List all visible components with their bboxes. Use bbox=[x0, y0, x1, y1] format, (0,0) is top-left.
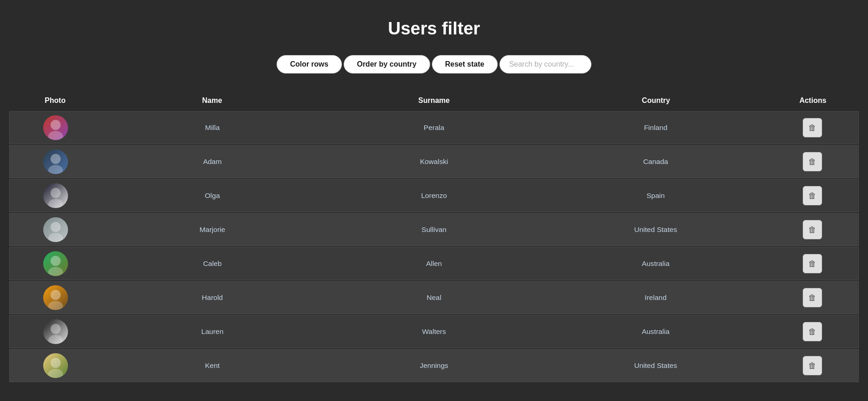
svg-point-4 bbox=[51, 154, 61, 164]
surname-cell: Sullivan bbox=[323, 222, 545, 237]
country-cell: Australia bbox=[545, 256, 766, 271]
name-cell: Lauren bbox=[102, 324, 323, 339]
trash-icon: 🗑 bbox=[808, 123, 817, 133]
photo-cell bbox=[10, 180, 102, 212]
delete-button[interactable]: 🗑 bbox=[803, 186, 822, 205]
delete-button[interactable]: 🗑 bbox=[803, 220, 822, 239]
table-row: Kent Jennings United States 🗑 bbox=[9, 349, 859, 382]
country-cell: Canada bbox=[545, 154, 766, 169]
surname-cell: Neal bbox=[323, 290, 545, 305]
search-input[interactable] bbox=[499, 55, 591, 73]
trash-icon: 🗑 bbox=[808, 191, 817, 201]
table-row: Marjorie Sullivan United States 🗑 bbox=[9, 213, 859, 246]
color-rows-button[interactable]: Color rows bbox=[277, 55, 342, 73]
actions-cell: 🗑 bbox=[766, 114, 858, 141]
actions-cell: 🗑 bbox=[766, 352, 858, 379]
svg-point-16 bbox=[51, 290, 61, 300]
avatar bbox=[43, 285, 68, 310]
delete-button[interactable]: 🗑 bbox=[803, 152, 822, 171]
photo-cell bbox=[10, 282, 102, 314]
table-row: Harold Neal Ireland 🗑 bbox=[9, 281, 859, 314]
delete-button[interactable]: 🗑 bbox=[803, 288, 822, 307]
trash-icon: 🗑 bbox=[808, 327, 817, 337]
table-row: Caleb Allen Australia 🗑 bbox=[9, 247, 859, 280]
svg-point-19 bbox=[51, 324, 61, 334]
actions-cell: 🗑 bbox=[766, 216, 858, 243]
col-photo: Photo bbox=[9, 96, 101, 105]
photo-cell bbox=[10, 350, 102, 382]
table-row: Lauren Walters Australia 🗑 bbox=[9, 315, 859, 348]
avatar bbox=[43, 115, 68, 140]
surname-cell: Kowalski bbox=[323, 154, 545, 169]
trash-icon: 🗑 bbox=[808, 259, 817, 269]
avatar bbox=[43, 183, 68, 208]
actions-cell: 🗑 bbox=[766, 318, 858, 345]
svg-point-7 bbox=[51, 188, 61, 198]
name-cell: Adam bbox=[102, 154, 323, 169]
col-name: Name bbox=[101, 96, 323, 105]
trash-icon: 🗑 bbox=[808, 361, 817, 371]
surname-cell: Jennings bbox=[323, 358, 545, 373]
users-table: Photo Name Surname Country Actions Milla… bbox=[9, 92, 859, 382]
photo-cell bbox=[10, 248, 102, 280]
photo-cell bbox=[10, 146, 102, 178]
actions-cell: 🗑 bbox=[766, 148, 858, 175]
order-by-country-button[interactable]: Order by country bbox=[344, 55, 430, 73]
country-cell: Finland bbox=[545, 120, 766, 136]
country-cell: Australia bbox=[545, 324, 766, 339]
avatar bbox=[43, 319, 68, 344]
photo-cell bbox=[10, 214, 102, 246]
name-cell: Kent bbox=[102, 358, 323, 373]
col-surname: Surname bbox=[323, 96, 545, 105]
reset-state-button[interactable]: Reset state bbox=[432, 55, 498, 73]
table-row: Olga Lorenzo Spain 🗑 bbox=[9, 179, 859, 212]
avatar bbox=[43, 217, 68, 242]
country-cell: Ireland bbox=[545, 290, 766, 305]
country-cell: Spain bbox=[545, 188, 766, 203]
country-cell: United States bbox=[545, 222, 766, 237]
delete-button[interactable]: 🗑 bbox=[803, 254, 822, 273]
trash-icon: 🗑 bbox=[808, 293, 817, 303]
svg-point-22 bbox=[51, 358, 61, 368]
country-cell: United States bbox=[545, 358, 766, 373]
table-rows-container: Milla Perala Finland 🗑 Adam Kowalski Can… bbox=[9, 111, 859, 382]
delete-button[interactable]: 🗑 bbox=[803, 356, 822, 375]
table-row: Adam Kowalski Canada 🗑 bbox=[9, 145, 859, 178]
name-cell: Milla bbox=[102, 120, 323, 136]
svg-point-13 bbox=[51, 256, 61, 266]
surname-cell: Lorenzo bbox=[323, 188, 545, 203]
trash-icon: 🗑 bbox=[808, 225, 817, 235]
avatar bbox=[43, 149, 68, 174]
surname-cell: Perala bbox=[323, 120, 545, 136]
delete-button[interactable]: 🗑 bbox=[803, 322, 822, 341]
actions-cell: 🗑 bbox=[766, 250, 858, 277]
avatar bbox=[43, 251, 68, 276]
surname-cell: Walters bbox=[323, 324, 545, 339]
delete-button[interactable]: 🗑 bbox=[803, 118, 822, 137]
name-cell: Caleb bbox=[102, 256, 323, 271]
name-cell: Harold bbox=[102, 290, 323, 305]
col-actions: Actions bbox=[767, 96, 859, 105]
svg-point-10 bbox=[51, 222, 61, 232]
name-cell: Olga bbox=[102, 188, 323, 203]
page-title: Users filter bbox=[9, 18, 859, 39]
photo-cell bbox=[10, 112, 102, 144]
toolbar: Color rows Order by country Reset state bbox=[9, 55, 859, 73]
table-row: Milla Perala Finland 🗑 bbox=[9, 111, 859, 144]
photo-cell bbox=[10, 316, 102, 348]
surname-cell: Allen bbox=[323, 256, 545, 271]
table-header: Photo Name Surname Country Actions bbox=[9, 92, 859, 109]
col-country: Country bbox=[545, 96, 767, 105]
name-cell: Marjorie bbox=[102, 222, 323, 237]
avatar bbox=[43, 353, 68, 378]
svg-point-1 bbox=[51, 120, 61, 130]
actions-cell: 🗑 bbox=[766, 284, 858, 311]
trash-icon: 🗑 bbox=[808, 157, 817, 167]
actions-cell: 🗑 bbox=[766, 182, 858, 209]
